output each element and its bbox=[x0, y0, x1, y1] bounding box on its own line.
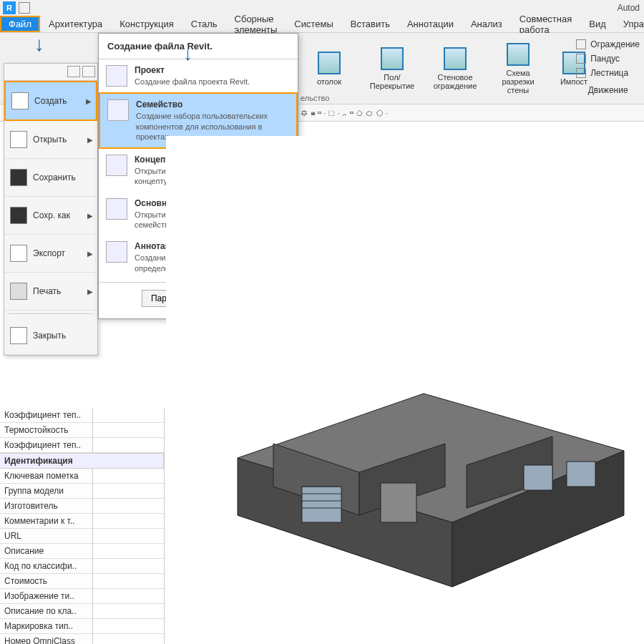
ribbon-floor-label: Пол/Перекрытие bbox=[366, 73, 418, 90]
tab-annotate[interactable]: Аннотации bbox=[399, 16, 462, 32]
menu-create[interactable]: Создать▶ bbox=[4, 81, 97, 121]
tab-architecture[interactable]: Архитектура bbox=[40, 16, 111, 32]
project-title: Проект bbox=[135, 65, 250, 75]
prop-type-comments[interactable]: Комментарии к т.. bbox=[0, 514, 93, 528]
prop-assembly-code[interactable]: Код по классифи.. bbox=[0, 559, 93, 573]
new-file-icon bbox=[11, 92, 29, 109]
menu-open-label: Открыть bbox=[33, 135, 67, 145]
svg-rect-8 bbox=[567, 462, 595, 487]
tab-systems[interactable]: Системы bbox=[286, 16, 341, 32]
menu-open[interactable]: Открыть▶ bbox=[4, 121, 97, 159]
prop-omniclass-num[interactable]: Номер OmniClass bbox=[0, 634, 93, 644]
tab-precast[interactable]: Сборные элементы bbox=[226, 16, 286, 32]
menu-export[interactable]: Экспорт▶ bbox=[4, 235, 97, 273]
svg-rect-10 bbox=[381, 483, 416, 522]
menu-saveas[interactable]: Сохр. как▶ bbox=[4, 197, 97, 235]
prop-thermal-coef2[interactable]: Коэффициент теп.. bbox=[0, 438, 93, 452]
subpanel-title: Создание файла Revit. bbox=[99, 34, 298, 59]
project-desc: Создание файла проекта Revit. bbox=[135, 77, 250, 87]
railing-icon bbox=[576, 39, 586, 49]
ribbon-floor[interactable]: Пол/Перекрытие bbox=[364, 33, 421, 104]
prop-type-image[interactable]: Изображение ти.. bbox=[0, 589, 93, 603]
svg-rect-7 bbox=[524, 465, 552, 490]
menu-close[interactable]: Закрыть bbox=[4, 317, 97, 355]
ribbon-curtain-wall[interactable]: Стеновоеограждение bbox=[426, 33, 484, 104]
ribbon-curtain-label2: ограждение bbox=[434, 82, 477, 90]
prop-thermal-resist[interactable]: Термостойкость bbox=[0, 423, 93, 437]
close-file-icon bbox=[10, 327, 27, 344]
prop-manufacturer[interactable]: Изготовитель bbox=[0, 499, 93, 513]
tab-collaborate[interactable]: Совместная работа bbox=[511, 16, 580, 32]
create-project[interactable]: ПроектСоздание файла проекта Revit. bbox=[99, 59, 298, 92]
save-as-icon bbox=[10, 207, 27, 224]
properties-panel: Коэффициент теп.. Термостойкость Коэффиц… bbox=[0, 408, 165, 644]
family-icon bbox=[107, 99, 129, 121]
prop-group-identity[interactable]: Идентификация bbox=[0, 453, 164, 469]
ribbon-curtain-label1: Стеновое bbox=[437, 73, 472, 82]
svg-rect-9 bbox=[302, 487, 341, 522]
prop-cost[interactable]: Стоимость bbox=[0, 574, 93, 588]
save-icon bbox=[10, 169, 27, 186]
recent-icon[interactable] bbox=[67, 66, 80, 77]
ribbon-railing[interactable]: Ограждение bbox=[576, 37, 640, 52]
app-menu-top bbox=[4, 64, 97, 81]
prop-model-group[interactable]: Группа модели bbox=[0, 484, 93, 498]
tab-insert[interactable]: Вставить bbox=[342, 16, 399, 32]
floor-icon bbox=[381, 47, 404, 70]
project-icon bbox=[106, 65, 127, 87]
railing-label: Ограждение bbox=[590, 37, 640, 52]
prop-url[interactable]: URL bbox=[0, 529, 93, 543]
circulation-label: Движение bbox=[576, 83, 640, 97]
open-folder-icon bbox=[10, 131, 27, 148]
tab-analyze[interactable]: Анализ bbox=[462, 16, 511, 32]
tab-manage[interactable]: Управлен bbox=[615, 16, 644, 32]
application-menu: Создать▶ Открыть▶ Сохранить Сохр. как▶ Э… bbox=[4, 63, 98, 356]
menu-save[interactable]: Сохранить bbox=[4, 159, 97, 197]
ramp-label: Пандус bbox=[590, 52, 620, 66]
ribbon-circulation-group: Ограждение Пандус Лестница Движение bbox=[576, 37, 640, 97]
menu-separator bbox=[9, 313, 93, 314]
export-icon bbox=[10, 245, 27, 262]
menu-save-label: Сохранить bbox=[33, 172, 76, 182]
ribbon-stair[interactable]: Лестница bbox=[576, 66, 640, 80]
ribbon-ceiling-label: отолок bbox=[317, 77, 341, 86]
curtain-grid-icon bbox=[507, 43, 530, 66]
chevron-right-icon: ▶ bbox=[86, 97, 92, 105]
family-title: Семейство bbox=[136, 99, 289, 109]
prop-description[interactable]: Описание bbox=[0, 544, 93, 558]
print-icon bbox=[10, 283, 27, 300]
menu-print-label: Печать bbox=[33, 286, 61, 296]
menu-print[interactable]: Печать▶ bbox=[4, 273, 97, 311]
chevron-right-icon: ▶ bbox=[87, 288, 93, 296]
tab-structure[interactable]: Конструкция bbox=[111, 16, 182, 32]
open-docs-icon[interactable] bbox=[82, 66, 95, 77]
titleblock-icon bbox=[106, 198, 127, 220]
tab-view[interactable]: Вид bbox=[580, 16, 615, 32]
stair-label: Лестница bbox=[590, 66, 628, 80]
mass-icon bbox=[106, 155, 127, 176]
ramp-icon bbox=[576, 54, 586, 64]
menu-export-label: Экспорт bbox=[33, 248, 65, 258]
menu-saveas-label: Сохр. как bbox=[33, 210, 70, 220]
ribbon-curtain-grid[interactable]: Схема разрезкистены bbox=[489, 33, 547, 104]
ribbon-grid-label2: стены bbox=[507, 86, 530, 94]
stair-icon bbox=[576, 68, 586, 78]
prop-thermal-coef[interactable]: Коэффициент теп.. bbox=[0, 408, 93, 422]
menubar: Файл Архитектура Конструкция Сталь Сборн… bbox=[0, 16, 644, 33]
chevron-right-icon: ▶ bbox=[87, 136, 93, 144]
qat-icon[interactable] bbox=[19, 2, 30, 14]
chevron-right-icon: ▶ bbox=[87, 212, 93, 220]
tutorial-arrow-2: ↓ bbox=[183, 43, 192, 65]
app-title: Autod bbox=[618, 3, 640, 13]
ribbon-grid-label1: Схема разрезки bbox=[492, 69, 544, 86]
3d-viewport[interactable] bbox=[166, 136, 644, 644]
chevron-right-icon: ▶ bbox=[87, 250, 93, 258]
tab-steel[interactable]: Сталь bbox=[182, 16, 226, 32]
ribbon-ramp[interactable]: Пандус bbox=[576, 52, 640, 66]
prop-type-mark[interactable]: Маркировка тип.. bbox=[0, 619, 93, 633]
prop-keynote[interactable]: Ключевая пометка bbox=[0, 469, 93, 483]
prop-assembly-desc[interactable]: Описание по кла.. bbox=[0, 604, 93, 618]
tab-file[interactable]: Файл bbox=[0, 16, 40, 32]
tutorial-arrow-1: ↓ bbox=[34, 33, 44, 56]
ceiling-icon bbox=[318, 52, 341, 74]
